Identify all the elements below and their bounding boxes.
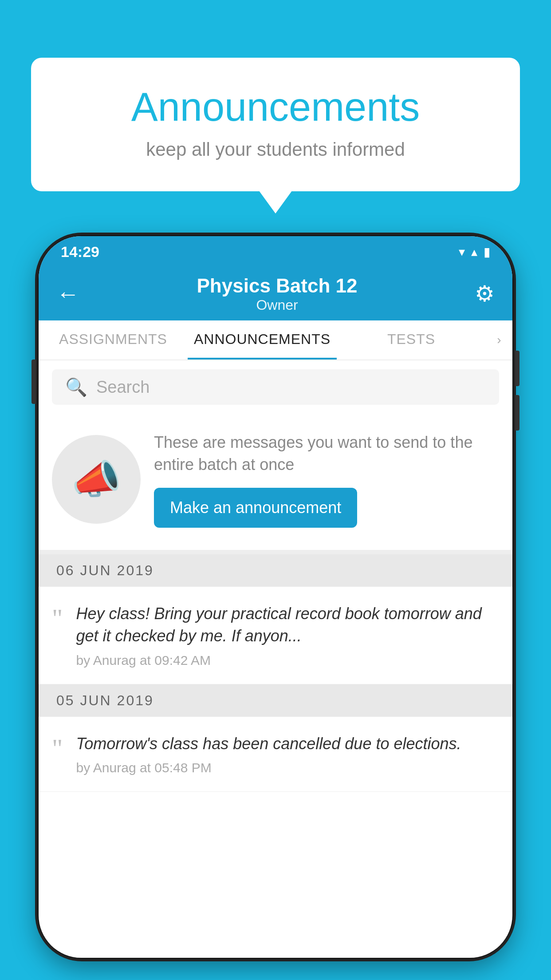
status-time: 14:29 <box>61 243 99 261</box>
announcement-text-2: Tomorrow's class has been cancelled due … <box>76 733 500 755</box>
signal-icon: ▴ <box>471 245 477 259</box>
announcement-item-1[interactable]: " Hey class! Bring your practical record… <box>39 587 512 684</box>
tab-more[interactable]: › <box>486 320 512 360</box>
search-bar[interactable]: 🔍 Search <box>52 369 499 405</box>
phone-wrapper: 14:29 ▾ ▴ ▮ ← Physics Batch 12 Owner ⚙ <box>38 235 513 980</box>
promo-content: These are messages you want to send to t… <box>154 431 499 528</box>
tab-assignments[interactable]: ASSIGNMENTS <box>39 320 188 360</box>
speech-bubble-area: Announcements keep all your students inf… <box>31 58 520 191</box>
wifi-icon: ▾ <box>459 245 465 259</box>
search-icon: 🔍 <box>65 377 87 398</box>
app-header: ← Physics Batch 12 Owner ⚙ <box>39 267 512 320</box>
announcement-content-2: Tomorrow's class has been cancelled due … <box>76 733 500 775</box>
promo-icon-circle: 📣 <box>52 435 141 524</box>
volume-button-left <box>31 360 36 404</box>
speech-bubble: Announcements keep all your students inf… <box>31 58 520 191</box>
status-bar: 14:29 ▾ ▴ ▮ <box>39 236 512 267</box>
tab-announcements[interactable]: ANNOUNCEMENTS <box>188 320 337 360</box>
promo-text: These are messages you want to send to t… <box>154 431 499 476</box>
date-separator-1: 06 JUN 2019 <box>39 554 512 587</box>
power-button <box>515 351 520 386</box>
phone: 14:29 ▾ ▴ ▮ ← Physics Batch 12 Owner ⚙ <box>38 235 513 959</box>
status-icons: ▾ ▴ ▮ <box>459 245 490 259</box>
announcement-text-1: Hey class! Bring your practical record b… <box>76 603 500 648</box>
announcement-author-2: by Anurag at 05:48 PM <box>76 760 500 775</box>
settings-icon[interactable]: ⚙ <box>475 281 495 307</box>
announcement-item-2[interactable]: " Tomorrow's class has been cancelled du… <box>39 717 512 792</box>
megaphone-icon: 📣 <box>71 456 121 503</box>
volume-button-right <box>515 395 520 431</box>
announcement-author-1: by Anurag at 09:42 AM <box>76 653 500 668</box>
quote-icon-1: " <box>52 605 63 632</box>
header-subtitle: Owner <box>197 297 358 313</box>
search-container: 🔍 Search <box>39 360 512 414</box>
bubble-subtitle: keep all your students informed <box>67 139 484 160</box>
phone-screen: 14:29 ▾ ▴ ▮ ← Physics Batch 12 Owner ⚙ <box>39 236 512 958</box>
battery-icon: ▮ <box>484 245 490 259</box>
make-announcement-button[interactable]: Make an announcement <box>154 488 357 528</box>
search-placeholder: Search <box>96 378 150 397</box>
promo-section: 📣 These are messages you want to send to… <box>39 414 512 554</box>
quote-icon-2: " <box>52 735 63 762</box>
bubble-title: Announcements <box>67 84 484 130</box>
tabs-bar: ASSIGNMENTS ANNOUNCEMENTS TESTS › <box>39 320 512 360</box>
announcement-content-1: Hey class! Bring your practical record b… <box>76 603 500 668</box>
header-center: Physics Batch 12 Owner <box>197 275 358 313</box>
date-separator-2: 05 JUN 2019 <box>39 684 512 717</box>
header-title: Physics Batch 12 <box>197 275 358 297</box>
tab-tests[interactable]: TESTS <box>337 320 486 360</box>
back-button[interactable]: ← <box>56 281 79 307</box>
